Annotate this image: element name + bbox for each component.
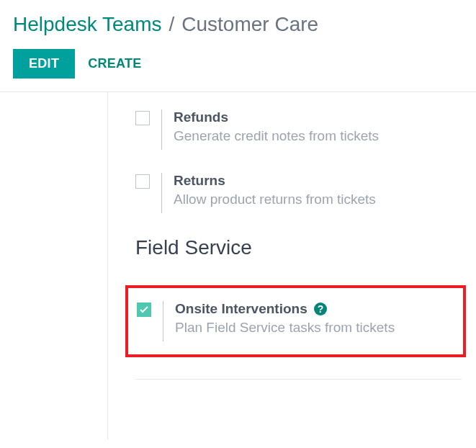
sidebar xyxy=(0,92,108,439)
onsite-title: Onsite Interventions xyxy=(175,301,307,317)
setting-returns: Returns Allow product returns from ticke… xyxy=(135,173,462,213)
help-icon[interactable]: ? xyxy=(313,302,328,316)
breadcrumb-root[interactable]: Helpdesk Teams xyxy=(13,13,161,36)
edit-button[interactable]: EDIT xyxy=(13,49,75,79)
breadcrumb: Helpdesk Teams / Customer Care xyxy=(13,13,463,36)
toolbar: EDIT CREATE xyxy=(13,49,463,91)
refunds-checkbox[interactable] xyxy=(135,111,150,125)
returns-desc: Allow product returns from tickets xyxy=(174,192,462,207)
section-divider xyxy=(135,379,462,380)
refunds-desc: Generate credit notes from tickets xyxy=(174,128,462,144)
create-button[interactable]: CREATE xyxy=(88,56,141,71)
svg-text:?: ? xyxy=(317,303,323,315)
highlight-annotation: Onsite Interventions ? Plan Field Servic… xyxy=(125,285,466,357)
check-icon xyxy=(140,306,148,313)
returns-title: Returns xyxy=(174,173,462,189)
section-heading-field-service: Field Service xyxy=(135,236,462,259)
setting-divider xyxy=(163,301,163,341)
refunds-title: Refunds xyxy=(174,109,462,125)
main-panel: Refunds Generate credit notes from ticke… xyxy=(108,92,476,439)
returns-checkbox[interactable] xyxy=(135,174,150,189)
setting-onsite-interventions: Onsite Interventions ? Plan Field Servic… xyxy=(137,301,454,341)
breadcrumb-current: Customer Care xyxy=(181,13,318,36)
setting-divider xyxy=(161,173,162,213)
onsite-checkbox[interactable] xyxy=(137,303,151,317)
setting-refunds: Refunds Generate credit notes from ticke… xyxy=(135,109,462,150)
onsite-desc: Plan Field Service tasks from tickets xyxy=(175,320,454,336)
breadcrumb-separator: / xyxy=(169,13,174,36)
setting-divider xyxy=(161,109,162,150)
